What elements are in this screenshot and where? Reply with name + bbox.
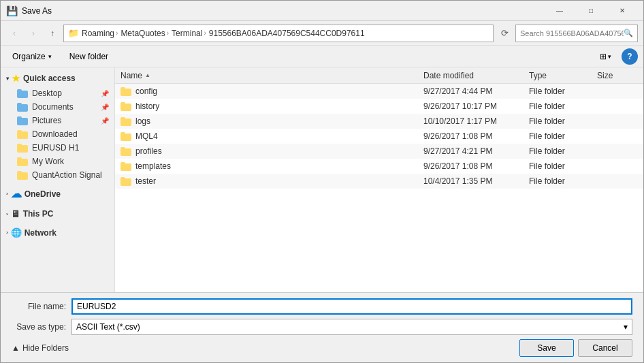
new-folder-button[interactable]: New folder bbox=[63, 48, 114, 65]
breadcrumb-folder-id[interactable]: 915566BA06ADA407569C544CC0D97611 bbox=[209, 29, 365, 38]
sidebar-item-eurusd-label: EURUSD H1 bbox=[32, 143, 79, 153]
network-icon: 🌐 bbox=[11, 227, 22, 238]
file-name-cell: MQL4 bbox=[120, 131, 423, 141]
button-row: ▲ Hide Folders Save Cancel bbox=[12, 339, 632, 357]
minimize-button[interactable]: — bbox=[544, 1, 575, 21]
organize-toolbar: Organize ▾ New folder ⊞ ▾ ? bbox=[1, 46, 643, 67]
quick-access-star-icon: ★ bbox=[12, 73, 20, 84]
hide-folders-arrow-icon: ▲ bbox=[12, 343, 20, 353]
computer-icon: 🖥 bbox=[11, 208, 20, 219]
pin-icon: 📌 bbox=[101, 90, 109, 97]
table-row[interactable]: config 9/27/2017 4:44 PM File folder bbox=[115, 84, 643, 99]
window-icon: 💾 bbox=[6, 5, 18, 16]
file-name-cell: logs bbox=[120, 116, 423, 126]
folder-icon bbox=[120, 87, 131, 96]
network-section: › 🌐 Network bbox=[1, 225, 114, 240]
column-type[interactable]: Type bbox=[529, 71, 597, 80]
sidebar-item-downloaded[interactable]: Downloaded bbox=[1, 127, 114, 141]
file-name-input[interactable] bbox=[71, 298, 632, 315]
window-title: Save As bbox=[22, 6, 544, 16]
save-button[interactable]: Save bbox=[519, 339, 574, 357]
network-item[interactable]: › 🌐 Network bbox=[1, 225, 114, 240]
pin-icon: 📌 bbox=[101, 104, 109, 111]
chevron-right-icon: › bbox=[6, 211, 8, 217]
onedrive-section: › ☁ OneDrive bbox=[1, 185, 114, 203]
onedrive-label: OneDrive bbox=[25, 189, 61, 199]
window-controls: — □ ✕ bbox=[544, 1, 638, 21]
breadcrumb-roaming[interactable]: Roaming › bbox=[82, 29, 118, 38]
hide-folders-button[interactable]: ▲ Hide Folders bbox=[12, 343, 69, 353]
maximize-button[interactable]: □ bbox=[575, 1, 607, 21]
sidebar-item-mywork-label: My Work bbox=[32, 157, 64, 166]
table-row[interactable]: tester 10/4/2017 1:35 PM File folder bbox=[115, 174, 643, 189]
column-size[interactable]: Size bbox=[597, 71, 638, 80]
back-button[interactable]: ‹ bbox=[6, 25, 22, 42]
folder-icon bbox=[120, 117, 131, 126]
title-bar: 💾 Save As — □ ✕ bbox=[1, 1, 643, 21]
address-bar[interactable]: 📁 Roaming › MetaQuotes › Terminal › 9155… bbox=[63, 25, 494, 42]
sidebar: ▾ ★ Quick access Desktop 📌 bbox=[1, 67, 115, 292]
sort-arrow-icon: ▲ bbox=[145, 72, 150, 78]
table-row[interactable]: history 9/26/2017 10:17 PM File folder bbox=[115, 99, 643, 114]
main-content: ▾ ★ Quick access Desktop 📌 bbox=[1, 67, 643, 292]
save-as-dialog: 💾 Save As — □ ✕ ‹ › ↑ 📁 Roaming › MetaQu… bbox=[0, 0, 644, 363]
column-date[interactable]: Date modified bbox=[423, 71, 529, 80]
sidebar-item-downloaded-label: Downloaded bbox=[32, 129, 78, 139]
organize-button[interactable]: Organize ▾ bbox=[6, 48, 58, 65]
sidebar-item-documents[interactable]: Documents 📌 bbox=[1, 100, 114, 114]
sidebar-item-desktop[interactable]: Desktop 📌 bbox=[1, 86, 114, 100]
search-box: 🔍 bbox=[515, 25, 638, 42]
forward-button[interactable]: › bbox=[25, 25, 42, 42]
chevron-down-icon: ▾ bbox=[6, 76, 9, 82]
folder-icon-small: 📁 bbox=[68, 28, 79, 38]
folder-icon bbox=[120, 162, 131, 171]
folder-icon bbox=[17, 144, 28, 153]
search-input[interactable] bbox=[520, 29, 624, 37]
onedrive-item[interactable]: › ☁ OneDrive bbox=[1, 185, 114, 203]
sidebar-item-desktop-label: Desktop bbox=[32, 89, 62, 98]
up-button[interactable]: ↑ bbox=[44, 25, 61, 42]
file-area: Name ▲ Date modified Type Size bbox=[115, 67, 643, 292]
file-name-cell: tester bbox=[120, 176, 423, 186]
refresh-button[interactable]: ⟳ bbox=[496, 25, 513, 42]
file-name-cell: profiles bbox=[120, 146, 423, 156]
sidebar-item-eurusd[interactable]: EURUSD H1 bbox=[1, 141, 114, 155]
close-button[interactable]: ✕ bbox=[607, 1, 638, 21]
help-button[interactable]: ? bbox=[622, 48, 638, 65]
table-row[interactable]: profiles 9/27/2017 4:21 PM File folder bbox=[115, 144, 643, 159]
folder-icon bbox=[17, 116, 28, 125]
breadcrumb-terminal[interactable]: Terminal › bbox=[172, 29, 206, 38]
quick-access-section: ▾ ★ Quick access Desktop 📌 bbox=[1, 70, 114, 182]
sidebar-item-documents-label: Documents bbox=[32, 102, 74, 112]
table-row[interactable]: logs 10/10/2017 1:17 PM File folder bbox=[115, 114, 643, 129]
file-name-cell: config bbox=[120, 86, 423, 96]
sidebar-item-mywork[interactable]: My Work bbox=[1, 155, 114, 168]
dropdown-arrow-icon: ▾ bbox=[624, 322, 628, 332]
cancel-button[interactable]: Cancel bbox=[578, 339, 632, 357]
this-pc-section: › 🖥 This PC bbox=[1, 206, 114, 222]
navigation-toolbar: ‹ › ↑ 📁 Roaming › MetaQuotes › Terminal … bbox=[1, 21, 643, 46]
folder-icon bbox=[120, 177, 131, 186]
column-name[interactable]: Name ▲ bbox=[120, 71, 423, 80]
file-type-dropdown[interactable]: ASCII Text (*.csv) ▾ bbox=[71, 319, 632, 335]
table-row[interactable]: MQL4 9/26/2017 1:08 PM File folder bbox=[115, 129, 643, 144]
sidebar-item-pictures[interactable]: Pictures 📌 bbox=[1, 114, 114, 127]
folder-icon bbox=[17, 157, 28, 166]
folder-icon bbox=[17, 89, 28, 98]
quick-access-label: Quick access bbox=[23, 74, 76, 83]
save-as-type-label: Save as type: bbox=[12, 322, 66, 332]
sidebar-item-quantaction[interactable]: QuantAction Signal bbox=[1, 168, 114, 182]
file-type-value: ASCII Text (*.csv) bbox=[76, 322, 140, 332]
chevron-right-icon: › bbox=[6, 230, 8, 236]
view-button[interactable]: ⊞ ▾ bbox=[595, 48, 616, 65]
folder-icon bbox=[17, 103, 28, 112]
breadcrumb-metaquotes[interactable]: MetaQuotes › bbox=[120, 29, 169, 38]
table-row[interactable]: templates 9/26/2017 1:08 PM File folder bbox=[115, 159, 643, 174]
this-pc-label: This PC bbox=[23, 209, 54, 219]
file-name-cell: templates bbox=[120, 161, 423, 171]
pin-icon: 📌 bbox=[101, 117, 109, 125]
folder-icon bbox=[120, 102, 131, 111]
onedrive-icon: ☁ bbox=[11, 187, 22, 200]
this-pc-item[interactable]: › 🖥 This PC bbox=[1, 206, 114, 222]
quick-access-header[interactable]: ▾ ★ Quick access bbox=[1, 70, 114, 86]
